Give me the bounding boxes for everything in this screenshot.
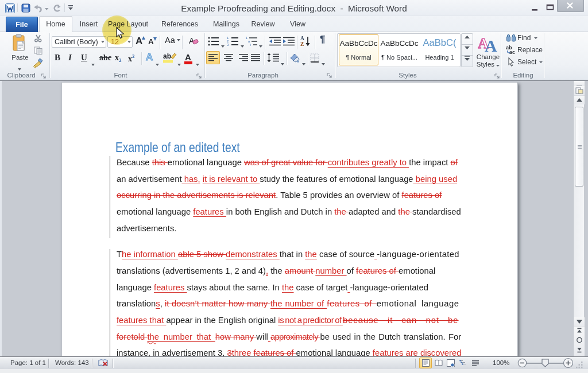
svg-text:A: A (485, 36, 497, 53)
svg-text:ac: ac (509, 49, 515, 54)
svg-text:ab: ab (163, 52, 171, 60)
svg-text:A: A (300, 36, 304, 41)
svg-text:1: 1 (246, 36, 247, 40)
svg-text:Z: Z (300, 41, 304, 47)
svg-text:i: i (250, 43, 251, 46)
svg-text:3: 3 (227, 43, 229, 46)
